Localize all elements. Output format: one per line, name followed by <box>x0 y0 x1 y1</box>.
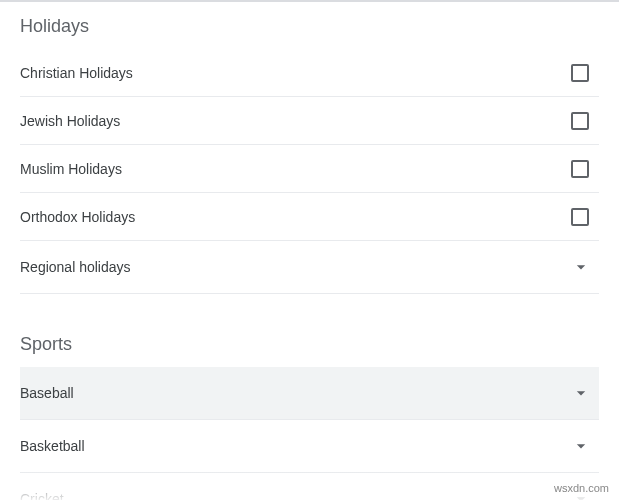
row-orthodox-holidays[interactable]: Orthodox Holidays <box>20 193 599 241</box>
row-regional-holidays[interactable]: Regional holidays <box>20 241 599 294</box>
row-christian-holidays[interactable]: Christian Holidays <box>20 49 599 97</box>
label-jewish-holidays: Jewish Holidays <box>20 113 120 129</box>
label-christian-holidays: Christian Holidays <box>20 65 133 81</box>
chevron-down-icon <box>569 434 593 458</box>
row-basketball[interactable]: Basketball <box>20 420 599 473</box>
checkbox-muslim-holidays[interactable] <box>571 160 589 178</box>
watermark: wsxdn.com <box>554 482 609 494</box>
label-baseball: Baseball <box>20 385 74 401</box>
holidays-header: Holidays <box>20 6 599 49</box>
checkbox-jewish-holidays[interactable] <box>571 112 589 130</box>
settings-container: Holidays Christian Holidays Jewish Holid… <box>0 6 619 500</box>
holidays-section: Holidays Christian Holidays Jewish Holid… <box>20 6 599 294</box>
sports-header: Sports <box>20 324 599 367</box>
label-cricket: Cricket <box>20 491 64 500</box>
row-cricket[interactable]: Cricket <box>20 473 599 500</box>
chevron-down-icon <box>569 381 593 405</box>
label-regional-holidays: Regional holidays <box>20 259 131 275</box>
label-basketball: Basketball <box>20 438 85 454</box>
row-baseball[interactable]: Baseball <box>20 367 599 420</box>
checkbox-orthodox-holidays[interactable] <box>571 208 589 226</box>
chevron-down-icon <box>569 255 593 279</box>
top-divider <box>0 0 619 2</box>
row-jewish-holidays[interactable]: Jewish Holidays <box>20 97 599 145</box>
row-muslim-holidays[interactable]: Muslim Holidays <box>20 145 599 193</box>
sports-section: Sports Baseball Basketball Cricket <box>20 324 599 500</box>
checkbox-christian-holidays[interactable] <box>571 64 589 82</box>
label-muslim-holidays: Muslim Holidays <box>20 161 122 177</box>
label-orthodox-holidays: Orthodox Holidays <box>20 209 135 225</box>
